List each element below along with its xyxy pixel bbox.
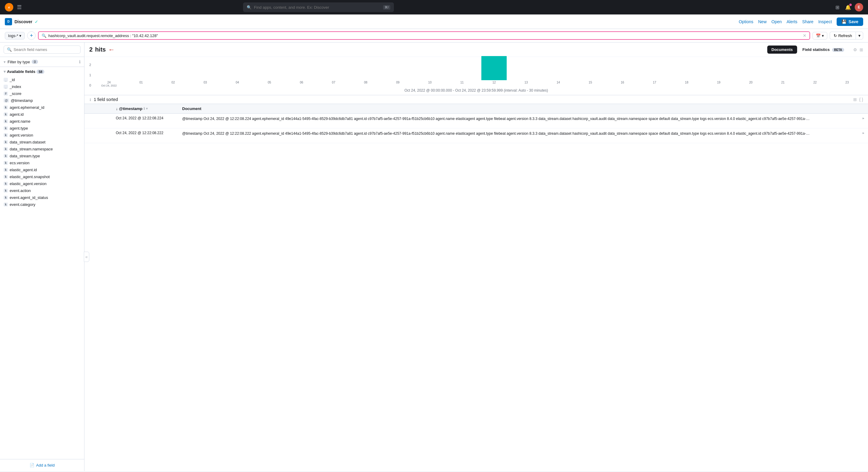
field-name: _id: [10, 77, 15, 82]
global-search-input[interactable]: [254, 5, 381, 10]
tab-field-statistics[interactable]: Field statistics BETA: [798, 45, 848, 54]
field-type-badge: k: [4, 203, 8, 206]
chart-x-label: 20: [735, 81, 767, 87]
field-item[interactable]: k agent.id: [0, 111, 84, 118]
field-name: agent.version: [10, 133, 33, 137]
hamburger-icon[interactable]: ☰: [17, 4, 22, 10]
field-name: data_stream.type: [10, 154, 40, 158]
chevron-down-icon: ▾: [4, 69, 6, 74]
field-name: @timestamp: [11, 98, 33, 103]
field-type-badge: k: [4, 105, 8, 109]
chart-x-label: 01: [125, 81, 157, 87]
chart-x-label: 13: [510, 81, 542, 87]
row-select-button[interactable]: ☐: [99, 132, 106, 139]
table-view-icon[interactable]: ⊞: [853, 97, 857, 102]
chart-y-axis: 2 1 0: [89, 63, 93, 87]
field-type-badge: @: [4, 99, 9, 102]
query-input[interactable]: [48, 33, 801, 38]
field-item[interactable]: k agent.type: [0, 125, 84, 132]
field-item[interactable]: k ecs.version: [0, 160, 84, 166]
row-expand-button[interactable]: ↗: [91, 132, 98, 139]
settings-icon[interactable]: ⚙: [853, 47, 857, 52]
field-type-badge: k: [4, 189, 8, 193]
field-item[interactable]: k data_stream.type: [0, 153, 84, 160]
field-item[interactable]: k data_stream.dataset: [0, 139, 84, 145]
clear-query-icon[interactable]: ✕: [803, 33, 806, 38]
field-item[interactable]: k elastic_agent.version: [0, 180, 84, 187]
filter-count-badge: 0: [32, 60, 38, 64]
row-expand-button[interactable]: ↗: [91, 117, 98, 125]
field-item[interactable]: @ @timestamp: [0, 97, 84, 104]
chevron-down-icon: ▾: [822, 33, 824, 38]
field-item[interactable]: # _score: [0, 90, 84, 97]
app-icon: D: [5, 18, 12, 25]
row-expand-cell[interactable]: ▸: [859, 114, 868, 128]
field-item[interactable]: k event.action: [0, 187, 84, 194]
field-item[interactable]: k agent.name: [0, 118, 84, 125]
y-label-1: 1: [89, 73, 91, 77]
row-select-button[interactable]: ☐: [99, 117, 106, 125]
field-type-badge: k: [4, 120, 8, 123]
date-range-picker[interactable]: 📅 ▾: [812, 32, 827, 39]
grid-icon[interactable]: ⊞: [833, 3, 841, 11]
alerts-link[interactable]: Alerts: [786, 19, 798, 24]
main-layout: 🔍 ▾ Filter by type 0 ℹ ▾ Available field…: [0, 42, 868, 471]
col-timestamp-header[interactable]: ↓ @timestamp ℹ ▾: [112, 104, 179, 114]
field-item[interactable]: k elastic_agent.id: [0, 166, 84, 173]
row-expand-cell[interactable]: ▸: [859, 128, 868, 143]
refresh-button[interactable]: ↻ Refresh: [830, 32, 856, 39]
chart-x-label: 11: [446, 81, 478, 87]
json-view-icon[interactable]: { }: [859, 97, 863, 102]
field-item[interactable]: k data_stream.namespace: [0, 145, 84, 153]
field-name: event.action: [10, 189, 31, 193]
row-timestamp: Oct 24, 2022 @ 12:22:08.224: [112, 114, 179, 128]
chart-bars-area: 24Oct 24, 202201020304050607080910111213…: [93, 56, 863, 87]
date-picker-button[interactable]: 📅 ▾: [812, 32, 827, 39]
field-item[interactable]: _ _id: [0, 76, 84, 83]
field-item[interactable]: k elastic_agent.snapshot: [0, 173, 84, 180]
tab-documents[interactable]: Documents: [767, 45, 797, 54]
main-content: 2 hits ← Documents Field statistics BETA…: [85, 42, 868, 471]
bell-icon[interactable]: 🔔: [844, 3, 852, 11]
share-link[interactable]: Share: [802, 19, 813, 24]
field-item[interactable]: _ _index: [0, 83, 84, 90]
field-name: event.agent_id_status: [10, 195, 48, 200]
field-type-badge: k: [4, 140, 8, 144]
second-nav-actions: Options New Open Alerts Share Inspect 💾 …: [739, 18, 863, 26]
field-item[interactable]: k agent.version: [0, 132, 84, 139]
index-selector[interactable]: logs-* ▾: [5, 32, 25, 39]
field-item[interactable]: k event.category: [0, 201, 84, 208]
hits-number: 2: [89, 46, 93, 53]
field-name: elastic_agent.version: [10, 181, 46, 186]
info-icon[interactable]: ℹ: [79, 59, 81, 64]
options-link[interactable]: Options: [739, 19, 753, 24]
add-field-button[interactable]: 📄 Add a field: [0, 459, 84, 471]
field-item[interactable]: k event.agent_id_status: [0, 194, 84, 201]
tab-icons: ⚙ ⊞: [853, 47, 863, 52]
sidebar-collapse-toggle[interactable]: «: [84, 252, 89, 262]
new-link[interactable]: New: [758, 19, 767, 24]
save-button[interactable]: 💾 Save: [837, 18, 863, 26]
elastic-logo-icon[interactable]: e: [5, 3, 13, 11]
info-icon: ℹ: [144, 107, 145, 111]
inspect-link[interactable]: Inspect: [818, 19, 832, 24]
refresh-chevron-button[interactable]: ▾: [856, 32, 863, 39]
second-navigation: D Discover ✓ Options New Open Alerts Sha…: [0, 14, 868, 29]
open-link[interactable]: Open: [772, 19, 782, 24]
add-field-label: Add a field: [36, 463, 55, 468]
chart-x-label: 14: [542, 81, 574, 87]
field-item[interactable]: k agent.ephemeral_id: [0, 104, 84, 111]
user-avatar[interactable]: E: [855, 3, 863, 11]
elastic-logo: e: [5, 3, 13, 11]
table-row: ↗ ☐ Oct 24, 2022 @ 12:22:08.222 @timesta…: [85, 128, 868, 143]
field-name: _score: [10, 91, 22, 96]
global-search-bar[interactable]: 🔍 ⌘/: [243, 2, 394, 12]
refresh-control: ↻ Refresh ▾: [830, 32, 863, 39]
chart-container: 2 1 0 24Oct 24, 202201020304050607080910…: [85, 57, 868, 95]
check-icon: ✓: [35, 19, 38, 24]
chart-subtitle: Oct 24, 2022 @ 00:00:00.000 - Oct 24, 20…: [89, 87, 863, 95]
field-search-input[interactable]: [13, 47, 77, 52]
columns-icon[interactable]: ⊞: [860, 47, 863, 52]
fields-list: _ _id _ _index # _score @ @timestamp k a…: [0, 76, 84, 459]
add-filter-button[interactable]: +: [27, 31, 36, 40]
